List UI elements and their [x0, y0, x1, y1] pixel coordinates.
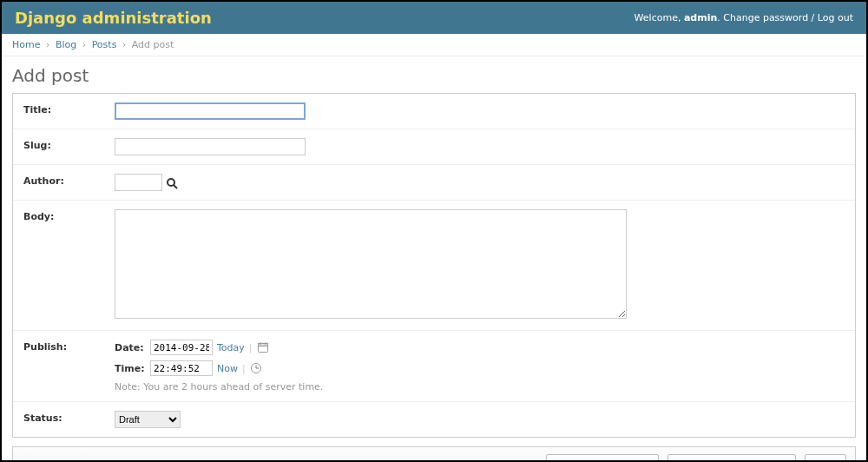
- svg-rect-3: [258, 344, 267, 346]
- user-tools: Welcome, admin. Change password / Log ou…: [635, 12, 853, 23]
- header-bar: Django administration Welcome, admin. Ch…: [2, 2, 866, 34]
- publish-label: Publish:: [23, 340, 115, 353]
- logout-link[interactable]: Log out: [818, 12, 853, 23]
- row-author: Author:: [13, 165, 855, 201]
- form-module: Title: Slug: Author:: [12, 93, 856, 438]
- breadcrumb-model[interactable]: Posts: [92, 39, 117, 50]
- site-title: Django administration: [15, 9, 212, 27]
- timezone-note: Note: You are 2 hours ahead of server ti…: [115, 381, 845, 393]
- breadcrumb-sep: ›: [122, 39, 126, 50]
- breadcrumb: Home › Blog › Posts › Add post: [2, 34, 866, 56]
- welcome-prefix: Welcome,: [635, 12, 684, 23]
- publish-time-label: Time:: [115, 363, 146, 374]
- author-input[interactable]: [115, 174, 162, 191]
- breadcrumb-current: Add post: [132, 39, 174, 50]
- publish-time-input[interactable]: [150, 360, 213, 376]
- today-link[interactable]: Today: [217, 342, 245, 353]
- now-link[interactable]: Now: [217, 363, 238, 374]
- breadcrumb-sep: ›: [46, 39, 49, 50]
- breadcrumb-home[interactable]: Home: [12, 39, 40, 50]
- save-button[interactable]: [805, 454, 846, 462]
- status-select[interactable]: Draft: [115, 411, 181, 428]
- breadcrumb-app[interactable]: Blog: [56, 39, 76, 50]
- change-password-link[interactable]: Change password: [723, 12, 808, 23]
- status-label: Status:: [23, 411, 115, 424]
- save-continue-button[interactable]: [667, 454, 797, 462]
- calendar-icon[interactable]: [257, 341, 269, 353]
- publish-date-label: Date:: [115, 342, 146, 353]
- save-add-another-button[interactable]: [546, 454, 659, 462]
- user-tools-sep: /: [808, 12, 818, 23]
- datetime-divider: |: [242, 363, 246, 374]
- publish-date-input[interactable]: [150, 340, 213, 355]
- row-title: Title:: [13, 94, 855, 129]
- body-textarea[interactable]: [115, 209, 627, 319]
- lookup-icon[interactable]: [166, 177, 178, 189]
- row-publish: Publish: Date: Today | Time: No: [13, 331, 855, 402]
- submit-row: [12, 446, 856, 462]
- slug-input[interactable]: [115, 138, 306, 155]
- row-slug: Slug:: [13, 129, 855, 165]
- clock-icon[interactable]: [250, 362, 262, 374]
- username: admin: [684, 12, 717, 23]
- datetime-divider: |: [249, 342, 253, 353]
- row-status: Status: Draft: [13, 402, 855, 437]
- title-input[interactable]: [115, 102, 306, 120]
- breadcrumb-sep: ›: [82, 39, 86, 50]
- slug-label: Slug:: [23, 138, 115, 151]
- svg-point-0: [168, 179, 174, 186]
- body-label: Body:: [23, 209, 115, 222]
- author-label: Author:: [23, 174, 115, 187]
- svg-line-1: [174, 185, 177, 188]
- page-title: Add post: [12, 65, 856, 86]
- title-label: Title:: [23, 102, 115, 116]
- row-body: Body:: [13, 201, 855, 331]
